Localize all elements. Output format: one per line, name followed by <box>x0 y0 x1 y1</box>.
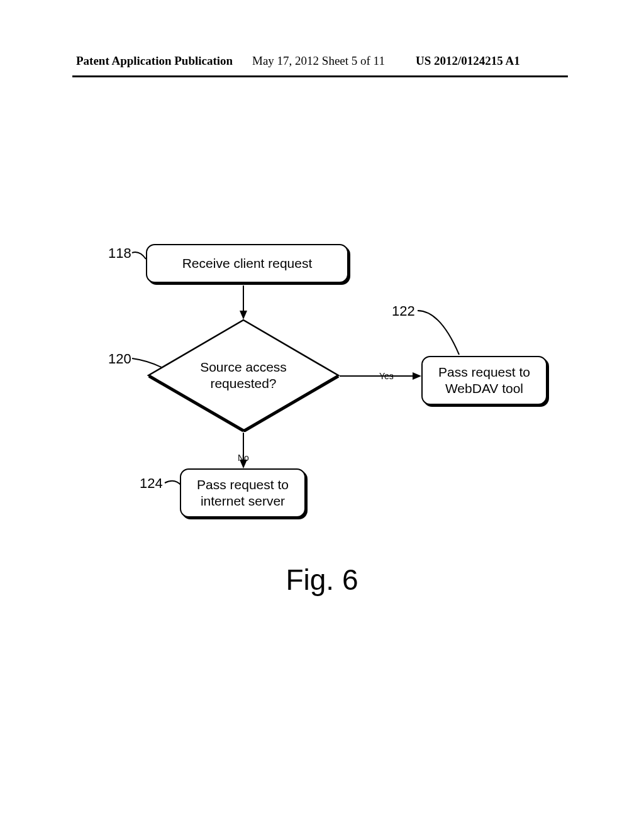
ref-120: 120 <box>108 351 131 367</box>
ref-118: 118 <box>108 245 131 262</box>
figure-6: Receive client request Source access req… <box>0 0 644 830</box>
edge-label-yes: Yes <box>379 371 394 381</box>
ref-124: 124 <box>140 475 163 492</box>
process-pass-to-internet-server: Pass request to internet server <box>180 468 306 517</box>
box-118-text: Receive client request <box>182 255 313 272</box>
box-122-text: Pass request to WebDAV tool <box>438 364 530 397</box>
decision-source-access-requested: Source access requested? <box>147 319 340 432</box>
process-receive-client-request: Receive client request <box>146 244 348 283</box>
diamond-120-text: Source access requested? <box>200 359 287 392</box>
edge-label-no: No <box>238 453 249 463</box>
box-124-text: Pass request to internet server <box>197 477 289 510</box>
figure-caption: Fig. 6 <box>0 563 644 597</box>
process-pass-to-webdav-tool: Pass request to WebDAV tool <box>421 356 547 405</box>
ref-122: 122 <box>392 303 415 319</box>
